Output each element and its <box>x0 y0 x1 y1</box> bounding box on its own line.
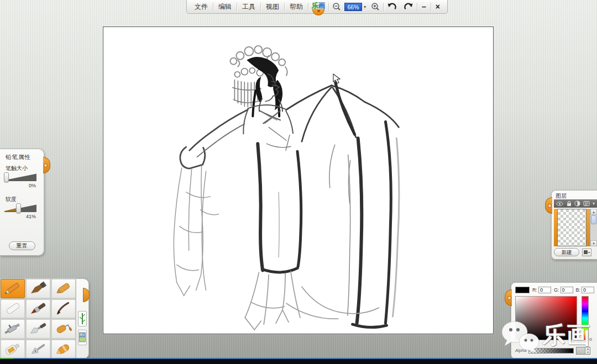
airbrush-icon <box>2 321 24 336</box>
r-label: R: <box>532 287 537 293</box>
g-input[interactable] <box>561 287 573 293</box>
hue-marker-right[interactable] <box>589 338 592 341</box>
blend-contrast-icon[interactable] <box>574 201 580 207</box>
sv-picker-marker[interactable] <box>513 338 516 341</box>
crayon-icon <box>53 281 75 296</box>
scroll-track[interactable] <box>590 215 597 240</box>
zoom-out-button[interactable] <box>329 1 344 12</box>
alpha-spinner-arrows[interactable]: ▲ ▼ <box>585 347 590 354</box>
hue-marker-left[interactable] <box>579 338 582 341</box>
brush-size-label: 笔触大小 <box>6 165 28 172</box>
brush-size-value: 0% <box>29 183 36 188</box>
layer-menu-caret[interactable]: ▾ <box>593 201 595 206</box>
layers-toolbar: ▾ <box>554 199 597 208</box>
menu-edit[interactable]: 编辑 <box>213 1 237 13</box>
video-progress-bar[interactable] <box>0 358 597 364</box>
spinner-down[interactable]: ▼ <box>585 351 590 354</box>
main-toolbar: 文件 编辑 工具 视图 帮助 乐画 66% ▾ <box>186 0 448 14</box>
brush-size-slider-handle[interactable] <box>4 172 9 182</box>
zoom-in-button[interactable] <box>368 1 383 12</box>
minimize-button[interactable]: – <box>417 2 431 12</box>
logo-char-hua: 画 <box>318 2 325 9</box>
brush-properties-panel: 铅笔属性 笔触大小 0% 软度 41% 重置 <box>0 149 44 256</box>
tool-nib-pen[interactable] <box>26 340 50 359</box>
tool-marker[interactable] <box>51 340 76 359</box>
alpha-spinner[interactable]: ▲ ▼ <box>576 347 590 355</box>
redo-icon <box>404 2 413 11</box>
g-label: G: <box>554 287 559 293</box>
alpha-label: Alpha <box>515 348 526 353</box>
menu-file[interactable]: 文件 <box>190 1 213 13</box>
layer-thumbnail[interactable] <box>557 209 586 246</box>
scroll-up-button[interactable]: ▲ <box>590 209 597 215</box>
zoom-dropdown-caret[interactable]: ▾ <box>362 4 368 9</box>
scroll-down-button[interactable]: ▼ <box>590 240 597 246</box>
tool-charcoal-stick[interactable] <box>26 279 50 298</box>
mouse-cursor-icon <box>333 73 341 85</box>
marker-icon <box>53 341 75 357</box>
b-label: B: <box>576 287 581 293</box>
menu-view[interactable]: 视图 <box>261 1 284 13</box>
redo-button[interactable] <box>400 1 417 12</box>
palette-collapse-tab[interactable] <box>83 288 90 302</box>
tool-paintbrush[interactable] <box>26 299 50 319</box>
chalk-icon <box>2 301 24 316</box>
panel-collapse-tab[interactable] <box>505 289 512 306</box>
scroll-thumb[interactable] <box>591 215 596 224</box>
undo-button[interactable] <box>384 1 400 12</box>
logo-smile-shape <box>312 9 324 15</box>
softness-label: 软度 <box>6 196 17 203</box>
brush-size-slider[interactable] <box>4 173 36 181</box>
lock-icon[interactable] <box>566 201 572 207</box>
pencil-icon <box>2 281 24 296</box>
r-input[interactable] <box>538 287 551 293</box>
panel-collapse-tab[interactable] <box>43 157 50 173</box>
tool-palette-knife[interactable] <box>26 319 50 339</box>
slider-track <box>4 173 36 181</box>
natural-media-category-button[interactable] <box>78 311 87 326</box>
softness-slider[interactable] <box>4 204 36 212</box>
app-logo: 乐画 <box>308 0 328 13</box>
stamp-category-button[interactable] <box>78 330 87 345</box>
alpha-slider[interactable] <box>528 348 574 354</box>
tool-chalk[interactable] <box>1 299 25 319</box>
tool-paint-bottle[interactable] <box>1 340 25 359</box>
undo-icon <box>387 2 397 11</box>
visibility-eye-icon[interactable] <box>556 201 563 207</box>
hue-slider[interactable] <box>582 296 589 340</box>
layers-panel: 图层 ▾ ▲ ▼ 新建 <box>551 190 597 260</box>
menu-help[interactable]: 帮助 <box>285 1 308 13</box>
reset-button[interactable]: 重置 <box>9 241 35 250</box>
paintbrush-icon <box>27 301 49 316</box>
layer-list: ▲ ▼ <box>554 209 597 246</box>
magnifier-plus-icon <box>371 2 380 11</box>
layers-scrollbar[interactable]: ▲ ▼ <box>590 209 597 246</box>
tool-crayon[interactable] <box>51 279 76 298</box>
brush-panel-title: 铅笔属性 <box>6 154 31 161</box>
tool-pencil[interactable] <box>1 279 25 298</box>
charcoal-icon <box>27 281 49 296</box>
layer-options-button[interactable]: ▾ <box>582 249 591 256</box>
panel-collapse-tab[interactable] <box>545 197 552 214</box>
roller-icon <box>53 321 75 336</box>
tool-airbrush[interactable] <box>1 319 25 339</box>
saturation-value-picker[interactable] <box>515 296 577 340</box>
tool-grid <box>0 278 76 359</box>
layer-menu-icon[interactable] <box>583 201 590 207</box>
layers-panel-footer: 新建 ▾ <box>554 247 595 257</box>
tool-palette <box>0 278 89 359</box>
video-progress-played <box>0 358 13 359</box>
close-button[interactable]: × <box>431 2 444 12</box>
tool-roller[interactable] <box>51 319 76 339</box>
color-panel: R: G: B: Alpha ▲ ▼ <box>511 282 597 359</box>
new-layer-button[interactable]: 新建 <box>554 248 579 256</box>
softness-slider-handle[interactable] <box>16 203 21 213</box>
layers-panel-title: 图层 <box>556 192 567 200</box>
menu-tools[interactable]: 工具 <box>237 1 260 13</box>
zoom-level-value[interactable]: 66% <box>344 3 362 11</box>
current-color-swatch[interactable] <box>515 287 530 293</box>
tool-ink-pen[interactable] <box>51 299 76 319</box>
paint-bottle-icon <box>2 341 24 357</box>
drawing-canvas[interactable] <box>103 27 494 334</box>
b-input[interactable] <box>582 287 594 293</box>
